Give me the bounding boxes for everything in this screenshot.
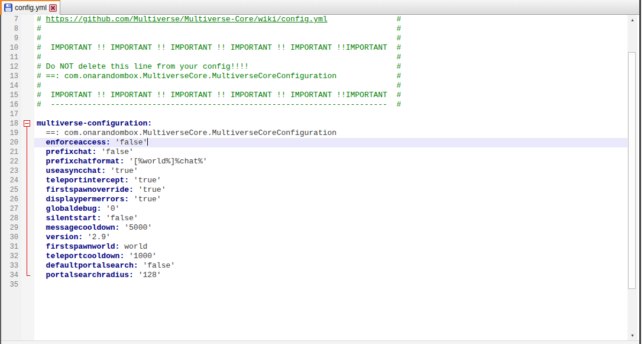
code-token: displaypermerrors: bbox=[37, 195, 129, 204]
line-number: 33 bbox=[1, 261, 21, 271]
code-line[interactable]: 18multiverse-configuration: bbox=[1, 119, 627, 128]
line-number: 18 bbox=[1, 119, 21, 128]
code-line[interactable]: 24 teleportintercept: 'true' bbox=[1, 176, 627, 185]
code-line[interactable]: 35 bbox=[1, 280, 627, 290]
code-token: '2.9' bbox=[83, 233, 111, 242]
code-text: silentstart: 'false' bbox=[34, 214, 627, 223]
code-token: messagecooldown: bbox=[37, 223, 119, 232]
vertical-scrollbar[interactable]: ▲ ▼ bbox=[627, 15, 637, 340]
code-token: # bbox=[397, 53, 402, 62]
fold-margin-cell bbox=[21, 147, 34, 157]
code-token bbox=[249, 62, 397, 71]
scroll-down-arrow-icon[interactable]: ▼ bbox=[627, 330, 637, 340]
code-token: enforceaccess: bbox=[37, 138, 111, 147]
line-number: 12 bbox=[1, 62, 21, 72]
code-token: firstspawnworld: bbox=[37, 242, 119, 251]
code-line[interactable]: 15# IMPORTANT !! IMPORTANT !! IMPORTANT … bbox=[1, 91, 627, 100]
fold-margin-cell bbox=[21, 261, 34, 271]
code-line[interactable]: 19 ==: com.onarandombox.MultiverseCore.M… bbox=[1, 128, 627, 138]
line-number: 29 bbox=[1, 223, 21, 233]
code-line[interactable]: 28 silentstart: 'false' bbox=[1, 214, 627, 223]
code-line[interactable]: 29 messagecooldown: '5000' bbox=[1, 223, 627, 233]
code-line[interactable]: 27 globaldebug: '0' bbox=[1, 204, 627, 214]
code-line[interactable]: 32 teleportcooldown: '1000' bbox=[1, 252, 627, 261]
code-line[interactable]: 16# ------------------------------------… bbox=[1, 100, 627, 110]
editor-pane[interactable]: 7# https://github.com/Multiverse/Multive… bbox=[1, 15, 627, 340]
tab-bar: config.yml bbox=[0, 0, 639, 15]
code-token: 'false' bbox=[96, 147, 133, 156]
code-token bbox=[41, 24, 397, 33]
code-token: firstspawnoverride: bbox=[37, 185, 134, 194]
code-line[interactable]: 31 firstspawnworld: world bbox=[1, 242, 627, 252]
code-token: # bbox=[37, 53, 41, 62]
save-file-icon bbox=[4, 4, 12, 12]
line-number: 13 bbox=[1, 72, 21, 81]
horizontal-scrollbar[interactable] bbox=[1, 340, 639, 344]
tab-config-yml[interactable]: config.yml bbox=[0, 0, 60, 15]
code-text: version: '2.9' bbox=[34, 233, 627, 242]
line-number: 11 bbox=[1, 53, 21, 62]
code-line[interactable]: 25 firstspawnoverride: 'true' bbox=[1, 185, 627, 195]
line-number: 14 bbox=[1, 81, 21, 91]
fold-minus-box-icon[interactable] bbox=[24, 120, 30, 127]
code-line[interactable]: 8# # bbox=[1, 24, 627, 34]
fold-margin-cell bbox=[21, 128, 34, 138]
line-number: 28 bbox=[1, 214, 21, 223]
fold-margin-cell bbox=[21, 15, 34, 24]
scroll-up-arrow-icon[interactable]: ▲ bbox=[627, 15, 637, 25]
code-token: # bbox=[37, 15, 46, 24]
code-token: # bbox=[397, 91, 402, 99]
code-token: ==: com.onarandombox.MultiverseCore.Mult… bbox=[37, 128, 336, 137]
code-token: defaultportalsearch: bbox=[37, 261, 138, 270]
code-line[interactable]: 30 version: '2.9' bbox=[1, 233, 627, 242]
code-line[interactable]: 14# # bbox=[1, 81, 627, 91]
code-line[interactable]: 12# Do NOT delete this line from your co… bbox=[1, 62, 627, 72]
fold-margin-cell bbox=[21, 195, 34, 204]
code-text: displaypermerrors: 'true' bbox=[34, 195, 627, 204]
code-token: https://github.com/Multiverse/Multiverse… bbox=[46, 15, 328, 24]
code-line[interactable]: 11# # bbox=[1, 53, 627, 62]
code-token bbox=[328, 15, 397, 24]
code-line[interactable]: 33 defaultportalsearch: 'false' bbox=[1, 261, 627, 271]
close-tab-icon[interactable] bbox=[49, 4, 57, 12]
code-text: messagecooldown: '5000' bbox=[34, 223, 627, 233]
code-line[interactable]: 26 displaypermerrors: 'true' bbox=[1, 195, 627, 204]
code-token: 'false' bbox=[111, 138, 147, 147]
line-number: 31 bbox=[1, 242, 21, 252]
code-token: # ==: com.onarandombox.MultiverseCore.Mu… bbox=[37, 72, 336, 81]
code-line[interactable]: 9# # bbox=[1, 34, 627, 43]
code-text: prefixchat: 'false' bbox=[34, 147, 627, 157]
code-token: globaldebug: bbox=[37, 204, 101, 213]
fold-margin-cell bbox=[21, 110, 34, 119]
code-token: 'true' bbox=[134, 185, 166, 194]
line-number: 27 bbox=[1, 204, 21, 214]
code-token: ----------------------------------------… bbox=[50, 100, 387, 109]
code-line[interactable]: 34 portalsearchradius: '128' bbox=[1, 271, 627, 280]
code-token: # bbox=[397, 15, 402, 24]
line-number: 8 bbox=[1, 24, 21, 34]
code-token bbox=[41, 53, 397, 62]
code-line[interactable]: 20 enforceaccess: 'false' bbox=[1, 138, 627, 147]
code-text: teleportcooldown: '1000' bbox=[34, 252, 627, 261]
code-token: # bbox=[397, 43, 402, 52]
scrollbar-thumb[interactable] bbox=[628, 52, 636, 289]
code-token bbox=[41, 81, 397, 90]
code-token: portalsearchradius: bbox=[37, 271, 134, 279]
code-line[interactable]: 17 bbox=[1, 110, 627, 119]
code-token: # Do NOT delete this line from your conf… bbox=[37, 62, 249, 71]
code-line[interactable]: 21 prefixchat: 'false' bbox=[1, 147, 627, 157]
code-token: # IMPORTANT !! IMPORTANT !! IMPORTANT !!… bbox=[37, 43, 387, 52]
code-token: '1000' bbox=[124, 252, 157, 261]
code-line[interactable]: 7# https://github.com/Multiverse/Multive… bbox=[1, 15, 627, 24]
fold-margin-cell bbox=[21, 72, 34, 81]
code-text: # Do NOT delete this line from your conf… bbox=[34, 62, 627, 72]
fold-margin-cell bbox=[21, 62, 34, 72]
code-line[interactable]: 22 prefixchatformat: '[%world%]%chat%' bbox=[1, 157, 627, 166]
code-line[interactable]: 23 useasyncchat: 'true' bbox=[1, 166, 627, 176]
line-number: 22 bbox=[1, 157, 21, 166]
fold-collapse-icon[interactable] bbox=[21, 119, 34, 128]
code-line[interactable]: 13# ==: com.onarandombox.MultiverseCore.… bbox=[1, 72, 627, 81]
code-token: 'false' bbox=[138, 261, 175, 270]
code-line[interactable]: 10# IMPORTANT !! IMPORTANT !! IMPORTANT … bbox=[1, 43, 627, 53]
fold-margin-cell bbox=[21, 252, 34, 261]
